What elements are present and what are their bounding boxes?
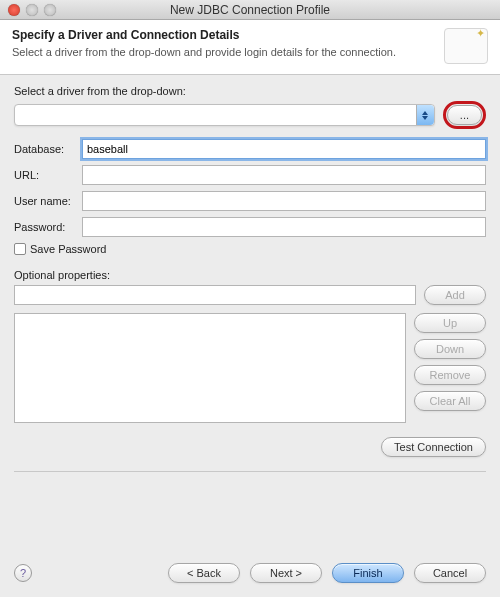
- add-button[interactable]: Add: [424, 285, 486, 305]
- window-title: New JDBC Connection Profile: [0, 3, 500, 17]
- optional-properties-label: Optional properties:: [14, 269, 486, 281]
- password-input[interactable]: [82, 217, 486, 237]
- divider: [14, 471, 486, 472]
- optional-property-input[interactable]: [14, 285, 416, 305]
- save-password-label: Save Password: [30, 243, 106, 255]
- header: Specify a Driver and Connection Details …: [0, 20, 500, 75]
- minimize-icon: [26, 4, 38, 16]
- next-button[interactable]: Next >: [250, 563, 322, 583]
- username-input[interactable]: [82, 191, 486, 211]
- close-icon[interactable]: [8, 4, 20, 16]
- back-button[interactable]: < Back: [168, 563, 240, 583]
- remove-button[interactable]: Remove: [414, 365, 486, 385]
- clear-all-button[interactable]: Clear All: [414, 391, 486, 411]
- finish-button[interactable]: Finish: [332, 563, 404, 583]
- database-label: Database:: [14, 143, 82, 155]
- password-label: Password:: [14, 221, 82, 233]
- page-subtitle: Select a driver from the drop-down and p…: [12, 46, 396, 58]
- help-icon[interactable]: ?: [14, 564, 32, 582]
- url-label: URL:: [14, 169, 82, 181]
- url-input[interactable]: [82, 165, 486, 185]
- username-label: User name:: [14, 195, 82, 207]
- up-button[interactable]: Up: [414, 313, 486, 333]
- database-input[interactable]: [82, 139, 486, 159]
- down-button[interactable]: Down: [414, 339, 486, 359]
- zoom-icon: [44, 4, 56, 16]
- driver-select-value: [15, 109, 21, 121]
- driver-select[interactable]: [14, 104, 435, 126]
- annotation-circle: ...: [443, 101, 486, 129]
- wizard-footer: ? < Back Next > Finish Cancel: [0, 553, 500, 597]
- cancel-button[interactable]: Cancel: [414, 563, 486, 583]
- page-title: Specify a Driver and Connection Details: [12, 28, 396, 42]
- title-bar: New JDBC Connection Profile: [0, 0, 500, 20]
- save-password-checkbox[interactable]: [14, 243, 26, 255]
- optional-properties-list[interactable]: [14, 313, 406, 423]
- ellipsis-icon: ...: [460, 109, 469, 121]
- driver-browse-button[interactable]: ...: [447, 105, 482, 125]
- dropdown-arrows-icon: [416, 105, 434, 125]
- wizard-icon: [444, 28, 488, 64]
- driver-select-label: Select a driver from the drop-down:: [14, 85, 486, 97]
- test-connection-button[interactable]: Test Connection: [381, 437, 486, 457]
